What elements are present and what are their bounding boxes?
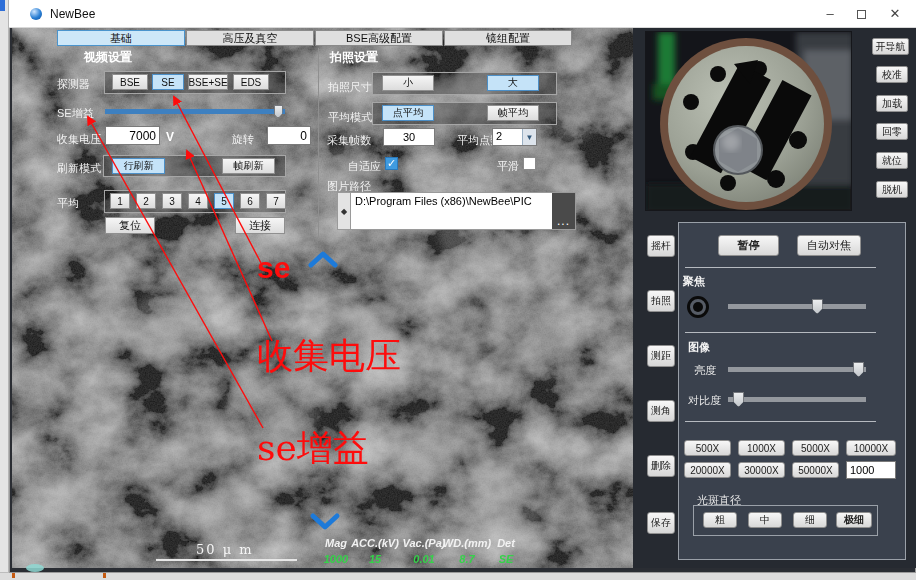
smooth-checkbox[interactable] <box>523 157 536 170</box>
background-window-edge <box>0 0 9 580</box>
rotation-input[interactable] <box>267 126 311 145</box>
in-position-button[interactable]: 就位 <box>876 152 908 169</box>
mag-10000x-button[interactable]: 10000X <box>846 440 896 456</box>
average-points-select[interactable]: 2 ▼ <box>492 128 537 146</box>
home-button[interactable]: 回零 <box>876 123 908 140</box>
capture-frames-input[interactable] <box>383 128 435 146</box>
detector-se-button[interactable]: SE <box>152 74 184 90</box>
maximize-button[interactable] <box>857 10 866 19</box>
offline-button[interactable]: 脱机 <box>876 181 908 198</box>
minimize-button[interactable]: – <box>815 4 845 24</box>
point-average-button[interactable]: 点平均 <box>382 105 434 121</box>
detector-eds-button[interactable]: EDS <box>233 74 269 90</box>
sample-stage-photo <box>646 32 852 211</box>
frame-average-button[interactable]: 帧平均 <box>487 105 539 121</box>
scale-bar-line <box>156 559 297 561</box>
adaptive-checkbox[interactable] <box>385 157 398 170</box>
delete-button[interactable]: 删除 <box>647 455 675 477</box>
brightness-label: 亮度 <box>694 363 716 378</box>
pause-button[interactable]: 暂停 <box>718 235 779 256</box>
rotation-label: 旋转 <box>232 132 254 147</box>
connect-button[interactable]: 连接 <box>235 217 285 234</box>
save-button[interactable]: 保存 <box>647 512 675 534</box>
close-button[interactable]: ✕ <box>880 4 910 24</box>
tab-bse-advanced[interactable]: BSE高级配置 <box>315 30 443 46</box>
chevron-up-icon[interactable] <box>306 249 340 269</box>
photo-size-small-button[interactable]: 小 <box>382 75 434 91</box>
calibrate-button[interactable]: 校准 <box>876 66 908 83</box>
chamber-camera-view <box>645 31 852 211</box>
brightness-slider[interactable] <box>728 367 866 372</box>
photo-size-large-button[interactable]: 大 <box>487 75 539 91</box>
divider <box>685 267 876 268</box>
smooth-label: 平滑 <box>497 159 519 174</box>
capture-frames-label: 采集帧数 <box>327 133 371 148</box>
average-label: 平均 <box>57 196 79 211</box>
detector-label: 探测器 <box>57 77 90 92</box>
refresh-frame-button[interactable]: 帧刷新 <box>222 158 275 174</box>
mag-50000x-button[interactable]: 50000X <box>792 462 839 478</box>
collect-voltage-label: 收集电压 <box>57 132 101 147</box>
title-bar <box>9 0 916 28</box>
autofocus-button[interactable]: 自动对焦 <box>797 235 861 256</box>
joystick-button[interactable]: 摇杆 <box>647 235 675 257</box>
divider <box>685 332 876 333</box>
mag-custom-input[interactable] <box>846 461 896 479</box>
average-5-button[interactable]: 5 <box>214 193 234 209</box>
desktop-bottom-strip <box>0 572 916 580</box>
contrast-label: 对比度 <box>688 393 721 408</box>
spot-fine-button[interactable]: 细 <box>793 512 827 528</box>
reset-button[interactable]: 复位 <box>105 217 155 234</box>
refresh-line-button[interactable]: 行刷新 <box>112 158 165 174</box>
app-logo-icon <box>30 8 42 20</box>
se-gain-label: SE增益 <box>57 106 94 121</box>
focus-slider[interactable] <box>728 304 866 309</box>
group-divider <box>318 48 319 238</box>
voltage-unit-label: V <box>166 130 174 144</box>
measure-distance-button[interactable]: 测距 <box>647 345 675 367</box>
chevron-down-icon[interactable] <box>308 512 342 532</box>
average-2-button[interactable]: 2 <box>136 193 156 209</box>
mag-500x-button[interactable]: 500X <box>684 440 731 456</box>
adaptive-label: 自适应 <box>348 159 381 174</box>
tab-hv-vacuum[interactable]: 高压及真空 <box>186 30 314 46</box>
browse-button[interactable]: ... <box>552 193 575 229</box>
measure-angle-button[interactable]: 测角 <box>647 400 675 422</box>
average-points-value: 2 <box>493 129 522 145</box>
photo-size-label: 拍照尺寸 <box>328 80 372 95</box>
spot-medium-button[interactable]: 中 <box>748 512 782 528</box>
status-acc-label: ACC.(kV) <box>347 537 403 549</box>
contrast-slider[interactable] <box>728 397 866 402</box>
load-button[interactable]: 加载 <box>876 95 908 112</box>
image-group-label: 图像 <box>688 340 710 355</box>
average-3-button[interactable]: 3 <box>162 193 182 209</box>
se-gain-slider[interactable] <box>105 109 285 114</box>
refresh-mode-label: 刷新模式 <box>57 161 101 176</box>
detector-bse-se-button[interactable]: BSE+SE <box>188 74 228 90</box>
spot-coarse-button[interactable]: 粗 <box>703 512 737 528</box>
average-4-button[interactable]: 4 <box>188 193 208 209</box>
tab-lens-config[interactable]: 镜组配置 <box>444 30 572 46</box>
spot-ultrafine-button[interactable]: 极细 <box>836 512 872 528</box>
image-path-box: ◆ D:\Program Files (x86)\NewBee\PIC ... <box>337 192 576 230</box>
dropdown-arrow-icon[interactable]: ▼ <box>522 129 536 145</box>
mag-1000x-button[interactable]: 1000X <box>738 440 785 456</box>
background-accent <box>0 0 5 11</box>
mag-30000x-button[interactable]: 30000X <box>738 462 785 478</box>
tab-basic[interactable]: 基础 <box>57 30 185 46</box>
divider <box>685 421 876 422</box>
average-7-button[interactable]: 7 <box>266 193 286 209</box>
collect-voltage-input[interactable] <box>105 126 160 145</box>
screen: NewBee – ✕ <box>0 0 916 580</box>
snapshot-button[interactable]: 拍照 <box>647 290 675 312</box>
nav-open-button[interactable]: 开导航 <box>872 38 909 55</box>
image-path-value[interactable]: D:\Program Files (x86)\NewBee\PIC <box>351 193 552 229</box>
average-mode-label: 平均模式 <box>328 110 372 125</box>
mag-5000x-button[interactable]: 5000X <box>792 440 839 456</box>
focus-record-icon[interactable] <box>687 296 709 318</box>
image-artifact <box>26 564 44 572</box>
average-6-button[interactable]: 6 <box>240 193 260 209</box>
detector-bse-button[interactable]: BSE <box>112 74 148 90</box>
mag-20000x-button[interactable]: 20000X <box>684 462 731 478</box>
average-1-button[interactable]: 1 <box>110 193 130 209</box>
